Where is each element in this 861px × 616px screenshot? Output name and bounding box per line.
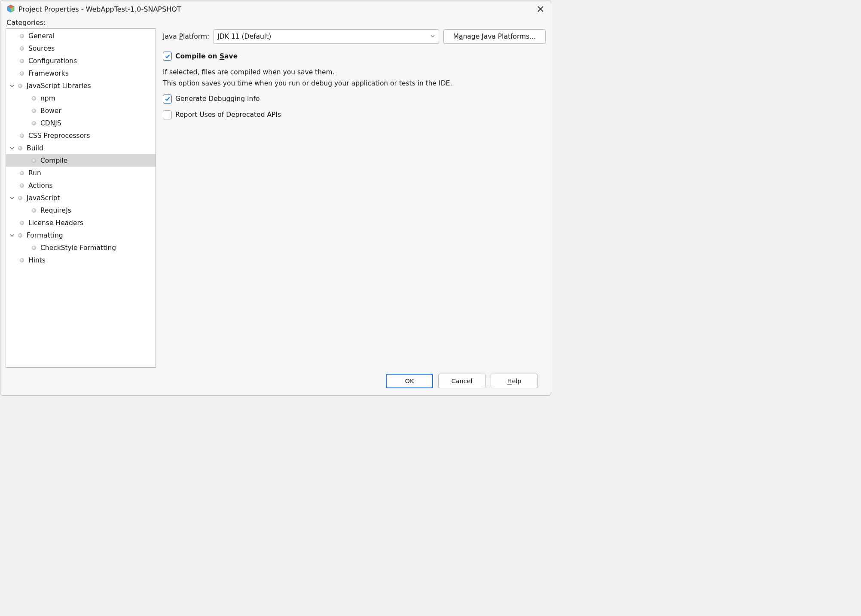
chevron-down-icon[interactable]	[8, 194, 16, 202]
tree-item-frameworks[interactable]: Frameworks	[6, 67, 156, 79]
project-properties-dialog: Project Properties - WebAppTest-1.0-SNAP…	[0, 0, 551, 396]
dialog-footer: OK Cancel Help	[6, 368, 546, 395]
chevron-down-icon[interactable]	[8, 231, 16, 240]
bullet-icon	[31, 95, 37, 101]
tree-item-jslibs[interactable]: JavaScript Libraries	[6, 79, 156, 92]
chevron-down-icon	[430, 33, 435, 40]
categories-tree[interactable]: General Sources Configurations Framework…	[6, 28, 156, 368]
tree-item-general[interactable]: General	[6, 30, 156, 42]
manage-java-platforms-button[interactable]: Manage Java Platforms...	[443, 29, 546, 44]
java-platform-select[interactable]: JDK 11 (Default)	[214, 29, 439, 44]
tree-item-hints[interactable]: Hints	[6, 254, 156, 266]
titlebar: Project Properties - WebAppTest-1.0-SNAP…	[0, 0, 551, 17]
chevron-down-icon[interactable]	[8, 144, 16, 152]
tree-item-configurations[interactable]: Configurations	[6, 55, 156, 67]
tree-item-requirejs[interactable]: RequireJs	[6, 204, 156, 217]
tree-item-run[interactable]: Run	[6, 167, 156, 179]
bullet-icon	[19, 70, 25, 76]
chevron-down-icon[interactable]	[8, 82, 16, 90]
bullet-icon	[31, 158, 37, 164]
tree-item-npm[interactable]: npm	[6, 92, 156, 104]
bullet-icon	[17, 83, 23, 89]
bullet-icon	[19, 133, 25, 139]
tree-item-cdnjs[interactable]: CDNJS	[6, 117, 156, 129]
bullet-icon	[19, 257, 25, 263]
cancel-button[interactable]: Cancel	[438, 374, 485, 388]
tree-item-sources[interactable]: Sources	[6, 42, 156, 55]
help-button[interactable]: Help	[491, 374, 538, 388]
bullet-icon	[31, 245, 37, 251]
bullet-icon	[17, 232, 23, 238]
tree-item-compile[interactable]: Compile	[6, 154, 156, 167]
compile-on-save-label: Compile on Save	[175, 52, 238, 60]
bullet-icon	[19, 183, 25, 189]
bullet-icon	[17, 195, 23, 201]
window-title: Project Properties - WebAppTest-1.0-SNAP…	[18, 5, 181, 13]
tree-item-csspre[interactable]: CSS Preprocessors	[6, 129, 156, 142]
generate-debugging-info-checkbox[interactable]	[163, 95, 172, 104]
ok-button[interactable]: OK	[386, 374, 433, 388]
categories-label: Categories:	[6, 17, 546, 28]
report-deprecated-apis-label: Report Uses of Deprecated APIs	[175, 111, 281, 119]
compile-on-save-description: If selected, files are compiled when you…	[163, 67, 546, 89]
java-platform-label: Java Platform:	[163, 33, 209, 40]
bullet-icon	[19, 58, 25, 64]
close-button[interactable]	[534, 3, 547, 15]
tree-item-javascript[interactable]: JavaScript	[6, 192, 156, 204]
tree-item-build[interactable]: Build	[6, 142, 156, 154]
compile-on-save-checkbox[interactable]	[163, 52, 172, 61]
generate-debugging-info-label: Generate Debugging Info	[175, 95, 260, 103]
bullet-icon	[31, 108, 37, 114]
tree-item-formatting[interactable]: Formatting	[6, 229, 156, 241]
tree-item-licenseheaders[interactable]: License Headers	[6, 217, 156, 229]
tree-item-checkstyle[interactable]: CheckStyle Formatting	[6, 241, 156, 254]
java-platform-value: JDK 11 (Default)	[217, 33, 271, 40]
bullet-icon	[19, 33, 25, 39]
compile-settings-panel: Java Platform: JDK 11 (Default) Manage J…	[163, 28, 546, 368]
bullet-icon	[31, 120, 37, 126]
bullet-icon	[19, 170, 25, 176]
bullet-icon	[19, 220, 25, 226]
app-logo-icon	[6, 4, 15, 14]
bullet-icon	[17, 145, 23, 151]
bullet-icon	[19, 46, 25, 52]
bullet-icon	[31, 207, 37, 213]
report-deprecated-apis-checkbox[interactable]	[163, 110, 172, 119]
tree-item-actions[interactable]: Actions	[6, 179, 156, 192]
tree-item-bower[interactable]: Bower	[6, 104, 156, 117]
